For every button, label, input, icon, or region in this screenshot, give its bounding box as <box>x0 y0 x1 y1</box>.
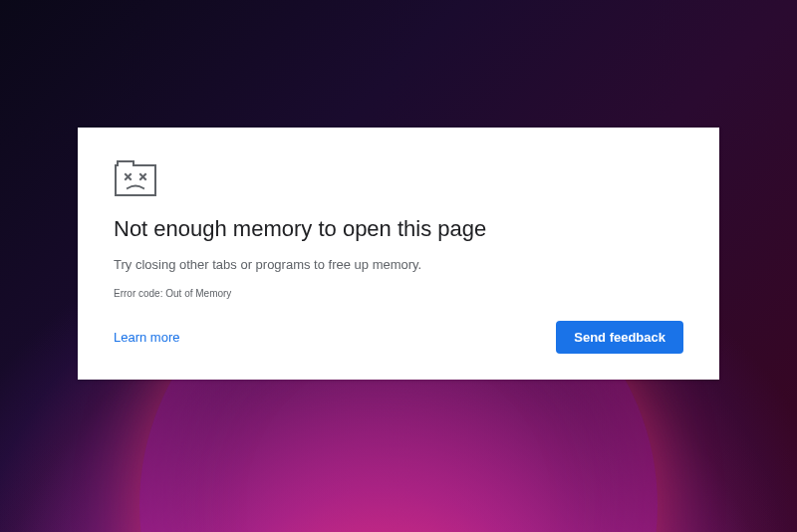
error-subtitle: Try closing other tabs or programs to fr… <box>114 256 683 274</box>
error-title: Not enough memory to open this page <box>114 215 683 244</box>
learn-more-link[interactable]: Learn more <box>114 330 179 345</box>
send-feedback-button[interactable]: Send feedback <box>556 321 683 354</box>
error-card: Not enough memory to open this page Try … <box>78 128 719 380</box>
error-footer: Learn more Send feedback <box>114 321 683 354</box>
dead-folder-icon <box>114 157 157 197</box>
error-code: Error code: Out of Memory <box>114 288 683 299</box>
